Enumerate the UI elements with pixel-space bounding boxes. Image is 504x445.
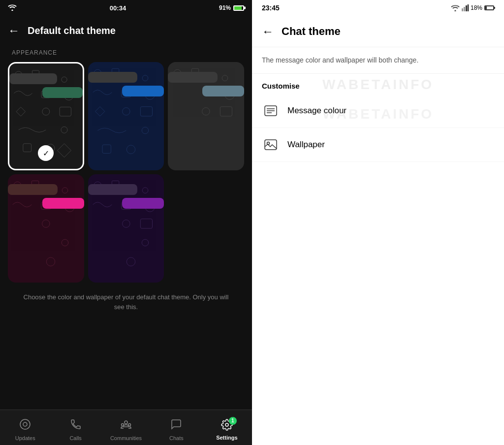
calls-label: Calls: [69, 435, 81, 441]
right-battery-icon: [484, 5, 494, 10]
left-status-bar: 00:34 91%: [0, 0, 252, 16]
svg-rect-8: [23, 144, 32, 152]
right-wifi-icon: [451, 4, 460, 11]
message-colour-label: Message colour: [287, 106, 346, 116]
svg-point-17: [142, 127, 149, 134]
theme-pink[interactable]: [8, 174, 84, 283]
left-status-icons-right: 91%: [219, 4, 244, 11]
svg-point-43: [20, 419, 30, 429]
settings-icon-wrapper: 1: [221, 419, 233, 433]
updates-icon: [19, 418, 31, 433]
bottom-nav: Updates Calls Communities: [0, 410, 252, 445]
appearance-label: APPEARANCE: [0, 45, 252, 62]
nav-settings[interactable]: 1 Settings: [202, 415, 252, 441]
sent-bubble: [42, 87, 83, 98]
nav-communities[interactable]: Communities: [101, 414, 151, 441]
page-title: Default chat theme: [28, 25, 116, 36]
battery-fill: [234, 6, 242, 10]
nav-chats[interactable]: Chats: [151, 414, 201, 441]
right-battery-percent: 18%: [471, 4, 482, 11]
left-panel: 00:34 91% ← Default chat theme APPEARANC…: [0, 0, 252, 445]
svg-point-41: [142, 239, 149, 246]
svg-rect-50: [464, 7, 465, 11]
wallpaper-label: Wallpaper: [287, 140, 325, 150]
left-time: 00:34: [110, 4, 126, 12]
right-signal-icon: [462, 4, 469, 11]
settings-badge: 1: [229, 417, 237, 425]
sent-bubble: [122, 86, 164, 96]
svg-rect-51: [466, 5, 467, 11]
calls-icon: [70, 418, 82, 433]
theme-gray[interactable]: [168, 62, 244, 170]
svg-point-5: [42, 108, 50, 115]
updates-label: Updates: [15, 435, 35, 441]
right-time: 23:45: [262, 4, 280, 12]
wifi-icon: [8, 4, 17, 12]
back-button[interactable]: ←: [8, 24, 20, 37]
svg-point-42: [126, 257, 135, 266]
svg-point-31: [42, 220, 50, 227]
right-status-bar: 23:45 18%: [252, 0, 504, 16]
svg-point-44: [23, 422, 27, 426]
right-status-icons: 18%: [451, 4, 494, 11]
theme-blue[interactable]: [88, 62, 164, 170]
svg-rect-16: [140, 107, 152, 116]
svg-point-7: [61, 127, 67, 133]
sent-bubble: [122, 198, 164, 209]
svg-point-39: [122, 220, 129, 227]
theme-dark[interactable]: ✓: [8, 62, 84, 170]
settings-label: Settings: [216, 435, 237, 441]
battery-icon: [233, 5, 244, 11]
percent-label: 91%: [219, 4, 231, 11]
svg-point-24: [202, 108, 210, 115]
nav-calls[interactable]: Calls: [50, 414, 100, 441]
theme-purple[interactable]: [88, 174, 164, 283]
info-text: The message color and wallpaper will bot…: [252, 47, 504, 74]
sent-bubble: [202, 86, 244, 96]
communities-label: Communities: [110, 435, 142, 441]
svg-point-15: [122, 108, 129, 115]
svg-rect-49: [462, 8, 463, 11]
right-header: ← Chat theme: [252, 16, 504, 47]
right-back-button[interactable]: ←: [262, 25, 274, 38]
nav-updates[interactable]: Updates: [0, 414, 50, 441]
received-bubble: [168, 72, 218, 83]
svg-rect-40: [140, 219, 152, 228]
chats-icon: [170, 418, 182, 433]
received-bubble: [9, 73, 57, 84]
themes-grid: ✓: [0, 62, 252, 283]
description-text: Choose the color and wallpaper of your d…: [0, 283, 252, 321]
selected-check: ✓: [38, 145, 54, 161]
left-header: ← Default chat theme: [0, 16, 252, 45]
received-bubble: [88, 184, 138, 195]
svg-point-33: [46, 257, 55, 266]
chats-label: Chats: [169, 435, 184, 441]
wallpaper-icon: [262, 136, 280, 154]
received-bubble: [88, 72, 138, 83]
right-page-title: Chat theme: [282, 25, 341, 38]
svg-rect-57: [265, 140, 277, 150]
right-panel: 23:45 18% ← Chat theme: [252, 0, 504, 445]
communities-icon: [120, 418, 132, 433]
message-colour-icon: [262, 102, 280, 120]
sent-bubble: [42, 198, 84, 209]
svg-rect-52: [468, 4, 469, 11]
svg-point-32: [62, 239, 68, 246]
message-colour-option[interactable]: Message colour: [252, 94, 504, 128]
svg-point-48: [225, 423, 228, 426]
svg-rect-18: [102, 145, 111, 153]
svg-rect-6: [60, 107, 71, 116]
svg-rect-25: [220, 107, 232, 116]
svg-point-45: [125, 421, 127, 424]
customise-label: Customise: [252, 74, 504, 94]
left-status-icons-left: [8, 4, 17, 12]
received-bubble: [8, 184, 58, 195]
svg-point-19: [126, 145, 135, 154]
wallpaper-option[interactable]: Wallpaper: [252, 128, 504, 162]
